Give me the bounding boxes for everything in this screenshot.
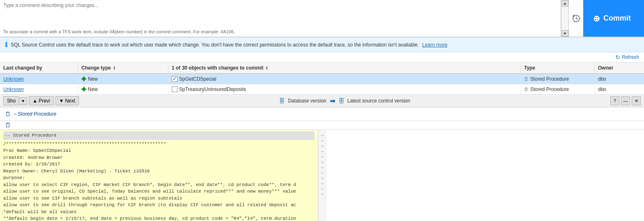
arrow-9: → [320, 176, 324, 180]
sort-icon: ⬆ [113, 66, 116, 70]
arrow-12: → [320, 192, 324, 196]
code-line: allow user to see original, CD Special, … [3, 188, 315, 195]
proc-title: -- Stored Procedure [13, 111, 56, 117]
table-row[interactable]: Unknown ✚ New SpTreasuryUninsuredDeposit… [0, 84, 644, 95]
comment-area: To associate a commit with a TFS work it… [0, 0, 561, 37]
code-line: allow user to see drill through reportin… [3, 202, 315, 209]
history-icon [572, 14, 580, 23]
db-object-icon: 🗒 [5, 122, 11, 128]
arrow-11: → [320, 186, 324, 191]
arrow-1: → [320, 133, 324, 137]
diff-toolbar: Sho ▼ ▲ Previ ▼ Next 🗄 Database version … [0, 95, 644, 107]
commit-label: Commit [603, 14, 631, 23]
code-left-panel[interactable]: -- Stored Procedure /*******************… [0, 130, 318, 221]
table-header: Last changed by Change type ⬆ 1 of 30 ob… [0, 63, 644, 74]
history-button[interactable] [568, 0, 583, 37]
code-right-panel[interactable] [327, 130, 644, 221]
col-last-changed: Last changed by [0, 63, 78, 73]
new-icon-2: ✚ [81, 86, 86, 93]
col-change-type: Change type ⬆ [78, 63, 168, 73]
commit-plus-icon: ⊕ [593, 14, 600, 23]
code-content: /***************************************… [3, 141, 315, 221]
checkbox-2[interactable] [172, 86, 177, 92]
arrow-5: → [320, 154, 324, 159]
unknown-link-1[interactable]: Unknown [3, 76, 24, 82]
cell-type-2: 🗒 Stored Procedure [521, 84, 595, 94]
prev-arrow-icon: ▲ [32, 98, 37, 104]
refresh-label: Refresh [622, 54, 639, 60]
commit-button[interactable]: ⊕ Commit [583, 0, 644, 37]
code-line: /***************************************… [3, 141, 315, 148]
prev-button[interactable]: ▲ Previ [29, 96, 53, 105]
col-type: Type [521, 63, 595, 73]
minimize-button[interactable]: — [621, 96, 630, 105]
cell-object-1: SpGetCDSpecial [168, 74, 521, 84]
new-icon-1: ✚ [81, 76, 86, 82]
code-section-header: 🗒 -- Stored Procedure [0, 107, 644, 121]
table-row[interactable]: Unknown ✚ New SpGetCDSpecial 🗒 Stored Pr… [0, 74, 644, 84]
arrow-10: → [320, 181, 324, 186]
info-icon: ℹ [5, 41, 7, 49]
learn-more-link[interactable]: Learn more [422, 42, 447, 48]
code-arrows-panel: → → → → → → → → → → → → [318, 130, 327, 221]
cell-changed-by-1: Unknown [0, 74, 78, 84]
code-line: created: Andrew Brower [3, 154, 315, 161]
checkbox-1[interactable] [172, 76, 177, 82]
arrow-8: → [320, 170, 324, 175]
arrow-2: → [320, 138, 324, 143]
arrow-4: → [320, 149, 324, 154]
unknown-link-2[interactable]: Unknown [3, 86, 24, 92]
show-main-btn[interactable]: Sho [3, 96, 19, 105]
close-button[interactable]: ✕ [632, 96, 641, 105]
col-objects: 1 of 30 objects with changes to commit ⬆ [168, 63, 521, 73]
cell-type-1: 🗒 Stored Procedure [521, 74, 595, 84]
db-version-label: Database version [288, 98, 326, 104]
object-name-1: SpGetCDSpecial [179, 76, 216, 82]
refresh-row: ↻ Refresh [0, 52, 644, 63]
code-line: created by: 2/28/2017 [3, 161, 315, 168]
code-diff-area: -- Stored Procedure /*******************… [0, 130, 644, 221]
diff-actions: ? — ✕ [610, 96, 641, 105]
show-dropdown-btn[interactable]: ▼ [19, 97, 27, 105]
type-label-1: Stored Procedure [530, 76, 569, 82]
arrow-7: → [320, 165, 324, 170]
code-line: Proc Name: SpGetCDSpecial [3, 147, 315, 154]
refresh-button[interactable]: ↻ Refresh [615, 54, 639, 60]
sc-version-label: Latest source control version [347, 98, 410, 104]
col-owner: Owner [595, 63, 644, 73]
cell-change-type-2: ✚ New [78, 84, 168, 94]
comment-input[interactable] [0, 0, 552, 29]
diff-version-info: 🗄 Database version ➡ 🗄 Latest source con… [80, 97, 609, 105]
sort-icon2: ⬆ [265, 66, 268, 70]
scroll-up-btn[interactable]: ▲ [562, 0, 568, 7]
info-banner: ℹ SQL Source Control uses the default tr… [0, 37, 644, 52]
change-type-label-2: New [88, 86, 98, 92]
scroll-down-btn[interactable]: ▼ [562, 30, 568, 37]
cell-change-type-1: ✚ New [78, 74, 168, 84]
top-area: To associate a commit with a TFS work it… [0, 0, 644, 37]
cell-object-2: SpTreasuryUninsuredDeposits [168, 84, 521, 94]
arrow-icon: ➡ [330, 97, 335, 105]
comment-scrollbar[interactable]: ▲ ▼ [561, 0, 568, 37]
code-line: allow user to select CIF region, CIF mar… [3, 181, 315, 188]
help-button[interactable]: ? [610, 96, 619, 105]
arrow-3: → [320, 144, 324, 148]
next-arrow-icon: ▼ [59, 98, 64, 104]
sc-version-icon: 🗄 [338, 98, 344, 104]
db-icon-1: 🗒 [524, 77, 529, 81]
owner-label-1: dbo [598, 76, 606, 82]
cell-changed-by-2: Unknown [0, 84, 78, 94]
code-line: **default begin date = 2/15/17, end date… [3, 215, 315, 221]
db-version-icon: 🗄 [279, 98, 285, 104]
object-name-2: SpTreasuryUninsuredDeposits [179, 86, 246, 92]
owner-label-2: dbo [598, 86, 606, 92]
info-message: SQL Source Control uses the default trac… [11, 42, 419, 48]
type-label-2: Stored Procedure [530, 86, 569, 92]
refresh-icon: ↻ [615, 54, 620, 60]
cell-owner-2: dbo [595, 84, 644, 94]
objects-count-label: 1 of 30 objects with changes to commit [172, 65, 263, 71]
commit-hint: To associate a commit with a TFS work it… [0, 29, 561, 37]
db-icon-2: 🗒 [524, 87, 529, 92]
next-button[interactable]: ▼ Next [55, 96, 79, 105]
stored-proc-icon: 🗒 [5, 111, 11, 117]
